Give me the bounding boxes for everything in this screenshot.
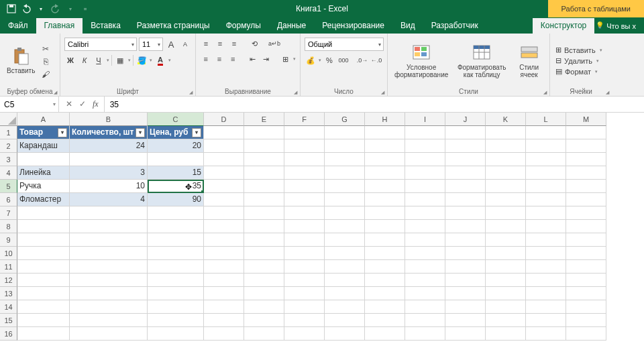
cell-empty[interactable] (244, 193, 284, 206)
cell-empty[interactable] (204, 166, 244, 180)
cell-empty[interactable] (566, 287, 606, 300)
cell-empty[interactable] (405, 126, 445, 139)
formula-cancel-button[interactable]: ✕ (66, 99, 72, 109)
row-header[interactable]: 12 (0, 274, 17, 287)
cell-empty[interactable] (284, 233, 325, 247)
table-header[interactable]: Количество, шт▾ (70, 126, 148, 139)
cell-empty[interactable] (325, 287, 365, 300)
cell-empty[interactable] (365, 274, 405, 287)
cell-empty[interactable] (405, 314, 445, 327)
col-header-I[interactable]: I (405, 113, 445, 126)
cell-empty[interactable] (284, 126, 325, 139)
cell-empty[interactable] (365, 247, 405, 260)
row-header[interactable]: 4 (0, 166, 17, 180)
row-header[interactable]: 13 (0, 287, 17, 300)
cell-empty[interactable] (566, 247, 606, 260)
cell[interactable] (148, 314, 204, 327)
cell[interactable] (70, 327, 148, 341)
cell-empty[interactable] (566, 233, 606, 247)
cell-empty[interactable] (365, 220, 405, 233)
cell[interactable] (17, 206, 70, 220)
bold-button[interactable]: Ж (64, 54, 76, 66)
cell-empty[interactable] (486, 287, 526, 300)
cell[interactable] (17, 314, 70, 327)
paste-button[interactable]: Вставить (4, 46, 38, 76)
row-header[interactable]: 3 (0, 153, 17, 166)
filter-icon[interactable]: ▾ (192, 128, 201, 137)
cell-empty[interactable] (445, 180, 486, 193)
cell-empty[interactable] (526, 193, 566, 206)
cell-empty[interactable] (486, 193, 526, 206)
cell-empty[interactable] (244, 180, 284, 193)
cell-empty[interactable] (325, 166, 365, 180)
orientation-button[interactable]: ⟲ (248, 38, 260, 50)
cell-empty[interactable] (445, 247, 486, 260)
cell[interactable]: 35✥ (148, 180, 204, 193)
cell[interactable] (70, 274, 148, 287)
font-size-select[interactable]: 11 (139, 38, 163, 51)
align-middle-button[interactable]: ≡ (214, 38, 226, 50)
percent-button[interactable]: % (323, 54, 335, 66)
cell-empty[interactable] (284, 247, 325, 260)
cell-empty[interactable] (204, 139, 244, 153)
cell-empty[interactable] (244, 247, 284, 260)
cell[interactable] (70, 206, 148, 220)
conditional-formatting-button[interactable]: Условное форматирование (392, 42, 451, 80)
cell-empty[interactable] (445, 300, 486, 314)
tab-file[interactable]: Файл (0, 18, 36, 34)
cell-empty[interactable] (325, 126, 365, 139)
col-header-M[interactable]: M (566, 113, 606, 126)
row-header[interactable]: 14 (0, 300, 17, 314)
cell-empty[interactable] (284, 166, 325, 180)
cell-empty[interactable] (284, 139, 325, 153)
cell-empty[interactable] (284, 274, 325, 287)
cell[interactable]: 24 (70, 139, 148, 153)
formula-enter-button[interactable]: ✓ (79, 99, 86, 109)
col-header-L[interactable]: L (526, 113, 566, 126)
cell-empty[interactable] (486, 314, 526, 327)
cell[interactable]: 90 (148, 193, 204, 206)
cell-empty[interactable] (325, 300, 365, 314)
cell-empty[interactable] (526, 153, 566, 166)
cell-empty[interactable] (405, 206, 445, 220)
filter-icon[interactable]: ▾ (58, 128, 67, 137)
col-header-A[interactable]: A (17, 113, 70, 126)
cell-empty[interactable] (445, 287, 486, 300)
cell[interactable]: 4 (70, 193, 148, 206)
cell-empty[interactable] (204, 247, 244, 260)
cell-empty[interactable] (405, 139, 445, 153)
cell-empty[interactable] (244, 300, 284, 314)
cell-empty[interactable] (526, 300, 566, 314)
cell-empty[interactable] (284, 287, 325, 300)
cell-empty[interactable] (486, 180, 526, 193)
cell[interactable] (17, 247, 70, 260)
cell-empty[interactable] (526, 139, 566, 153)
fx-button[interactable]: fx (93, 97, 105, 112)
cell-empty[interactable] (325, 220, 365, 233)
redo-icon[interactable] (51, 4, 60, 13)
increase-decimal-button[interactable]: .0→ (356, 54, 368, 66)
align-right-button[interactable]: ≡ (227, 53, 239, 65)
cell-empty[interactable] (325, 314, 365, 327)
comma-button[interactable]: 000 (337, 54, 350, 66)
cell-empty[interactable] (445, 126, 486, 139)
cell-empty[interactable] (204, 220, 244, 233)
cell-empty[interactable] (445, 153, 486, 166)
table-header[interactable]: Цена, руб▾ (148, 126, 204, 139)
cell-empty[interactable] (204, 180, 244, 193)
cell-empty[interactable] (445, 193, 486, 206)
cell-empty[interactable] (526, 233, 566, 247)
cell-empty[interactable] (486, 327, 526, 341)
delete-cells-button[interactable]: ⊟Удалить (554, 56, 604, 66)
cell[interactable] (17, 220, 70, 233)
cell-empty[interactable] (365, 206, 405, 220)
cell[interactable]: 15 (148, 166, 204, 180)
cell-empty[interactable] (405, 193, 445, 206)
tab-tellme[interactable]: Что вы х (594, 19, 644, 34)
cell-empty[interactable] (204, 300, 244, 314)
cell[interactable]: Ручка (17, 180, 70, 193)
cell[interactable]: 20 (148, 139, 204, 153)
cell-empty[interactable] (244, 206, 284, 220)
cell-empty[interactable] (365, 126, 405, 139)
row-header[interactable]: 15 (0, 314, 17, 327)
